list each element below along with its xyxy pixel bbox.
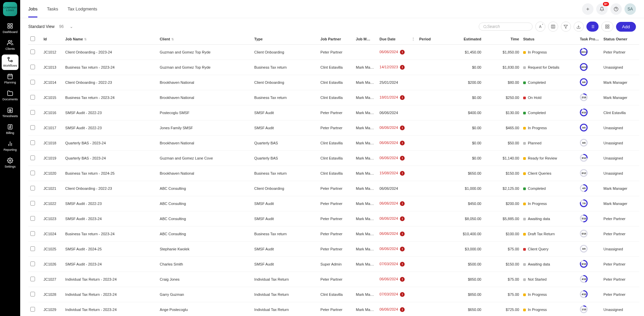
jobs-table-wrapper[interactable]: IdJob Name⇅Client⇅TypeJob PartnerJob M…D… (20, 34, 644, 316)
view-dropdown[interactable]: ⌄ (70, 24, 73, 29)
row-checkbox[interactable] (30, 171, 35, 175)
tab-jobs[interactable]: Jobs (28, 0, 37, 17)
sidebar-item-planning[interactable]: Planning (2, 71, 19, 87)
textsize-button[interactable]: A+ (535, 22, 545, 32)
column-header[interactable]: Due Date⋮ (377, 34, 417, 45)
cell-id: JC1020 (41, 166, 63, 181)
add-icon-button[interactable] (582, 3, 594, 15)
row-checkbox[interactable] (30, 110, 35, 115)
table-row[interactable]: JC1024 Business Tax return - 2023-24 ABC… (28, 226, 639, 242)
sidebar-item-workflows[interactable]: Workflows (2, 55, 19, 70)
select-all-checkbox[interactable] (30, 36, 35, 41)
table-row[interactable]: JC1028 Individual Tax Return - 2023-24 G… (28, 287, 639, 302)
row-checkbox[interactable] (30, 95, 35, 100)
cell-time: $1,830.00 (483, 60, 521, 75)
sidebar-item-reporting[interactable]: Reporting (2, 139, 19, 154)
table-row[interactable]: JC1014 Client Onboarding - 2022-23 Brook… (28, 75, 639, 90)
column-header[interactable]: Client⇅ (158, 34, 252, 45)
cell-id: JC1024 (41, 226, 63, 242)
row-checkbox[interactable] (30, 125, 35, 130)
sidebar-item-documents[interactable]: Documents (2, 88, 19, 104)
row-checkbox[interactable] (30, 277, 35, 281)
column-header[interactable]: Id (41, 34, 63, 45)
row-checkbox[interactable] (30, 246, 35, 251)
help-button[interactable] (610, 3, 622, 15)
filter-button[interactable] (561, 22, 571, 32)
cell-progress: 16/16 (578, 60, 601, 75)
cell-jobname: SMSF Audit - 2023-24 (63, 211, 158, 226)
row-checkbox[interactable] (30, 201, 35, 206)
row-checkbox[interactable] (30, 155, 35, 160)
table-row[interactable]: JC1017 SMSF Audit - 2022-23 Jones Family… (28, 120, 639, 136)
cell-owner: Clint Estavilla (602, 105, 639, 120)
column-header[interactable]: Job Name⇅ (63, 34, 158, 45)
cell-id: JC1012 (41, 45, 63, 60)
sidebar-item-timesheets[interactable]: Timesheets (2, 105, 19, 120)
column-header[interactable]: Status Owner (602, 34, 639, 45)
row-checkbox[interactable] (30, 140, 35, 145)
tab-tax-lodgments[interactable]: Tax Lodgments (68, 0, 97, 17)
search-input[interactable] (487, 24, 528, 29)
row-checkbox[interactable] (30, 65, 35, 69)
table-row[interactable]: JC1019 Quarterly BAS - 2023-24 Guzman an… (28, 151, 639, 166)
column-menu-icon[interactable]: ⋮ (411, 37, 415, 41)
table-row[interactable]: JC1027 Individual Tax Return - 2023-24 C… (28, 272, 639, 287)
column-header[interactable]: Job Partner (318, 34, 354, 45)
column-header[interactable]: Period (417, 34, 445, 45)
sidebar-item-settings[interactable]: Settings (2, 155, 19, 171)
column-header[interactable]: Type (252, 34, 318, 45)
row-checkbox[interactable] (30, 80, 35, 84)
boardview-toggle[interactable] (601, 22, 613, 32)
notifications-button[interactable]: 9+ (596, 3, 608, 15)
tab-tasks[interactable]: Tasks (47, 0, 58, 17)
row-checkbox[interactable] (30, 49, 35, 54)
cell-partner: Peter Partner (318, 226, 354, 242)
table-row[interactable]: JC1023 SMSF Audit - 2023-24 ABC Consulti… (28, 211, 639, 226)
table-row[interactable]: JC1012 Client Onboarding - 2023-24 Guzma… (28, 45, 639, 60)
sidebar-item-dashboard[interactable]: Dashboard (2, 21, 19, 36)
cell-progress: 8/8 (578, 75, 601, 90)
user-avatar[interactable]: SA (624, 3, 636, 15)
table-row[interactable]: JC1025 SMSF Audit - 2024-25 Stephanie Kw… (28, 242, 639, 257)
cell-estimated: $0.00 (445, 120, 483, 136)
column-header[interactable]: Time (483, 34, 521, 45)
column-header[interactable]: Task Prog… (578, 34, 601, 45)
sidebar-item-billing[interactable]: Billing (2, 122, 19, 137)
row-checkbox[interactable] (30, 307, 35, 312)
table-row[interactable]: JC1022 SMSF Audit - 2022-23 ABC Consulti… (28, 196, 639, 211)
cell-estimated: $650.00 (445, 302, 483, 316)
row-checkbox[interactable] (30, 216, 35, 221)
cell-progress: 8/10 (578, 257, 601, 272)
table-row[interactable]: JC1013 Business Tax return - 2023-24 Guz… (28, 60, 639, 75)
row-checkbox[interactable] (30, 292, 35, 296)
column-header[interactable]: Job M… (354, 34, 377, 45)
table-row[interactable]: JC1016 SMSF Audit - 2022-23 Postecoglu S… (28, 105, 639, 120)
table-row[interactable]: JC1015 Business Tax return - 2023-24 Bro… (28, 90, 639, 105)
column-label: Job Name (65, 37, 83, 41)
table-row[interactable]: JC1020 Business Tax return - 2024-25 Bro… (28, 166, 639, 181)
column-header[interactable]: Estimated (445, 34, 483, 45)
svg-rect-39 (608, 27, 609, 28)
export-button[interactable] (574, 22, 584, 32)
cell-progress: 4/10 (578, 272, 601, 287)
cell-jobname: Quarterly BAS - 2023-24 (63, 151, 158, 166)
row-checkbox[interactable] (30, 186, 35, 190)
row-checkbox[interactable] (30, 231, 35, 236)
cell-client: Postecoglu SMSF (158, 105, 252, 120)
column-header[interactable] (28, 34, 41, 45)
table-row[interactable]: JC1026 SMSF Audit - 2023-24 Charles Smit… (28, 257, 639, 272)
search-box[interactable] (479, 23, 533, 31)
table-row[interactable]: JC1018 Quarterly BAS - 2023-24 Brookhave… (28, 136, 639, 151)
cell-progress: 4/9 (578, 181, 601, 196)
cell-status: In Progress (521, 45, 578, 60)
column-header[interactable]: Status (521, 34, 578, 45)
sidebar-item-clients[interactable]: Clients (2, 38, 19, 53)
columns-button[interactable] (548, 22, 558, 32)
cell-status: Completed (521, 75, 578, 90)
table-row[interactable]: JC1029 Individual Tax Return - 2023-24 A… (28, 302, 639, 316)
table-row[interactable]: JC1021 Client Onboarding - 2022-23 ABC C… (28, 181, 639, 196)
add-button[interactable]: Add (616, 22, 636, 32)
listview-toggle[interactable] (586, 22, 599, 32)
row-checkbox[interactable] (30, 261, 35, 266)
cell-estimated: $850.00 (445, 272, 483, 287)
